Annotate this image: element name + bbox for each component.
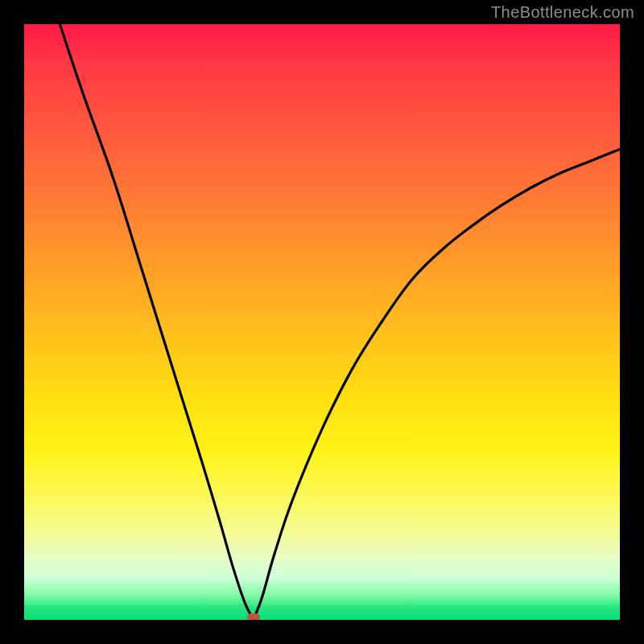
chart-stage: TheBottleneck.com	[0, 0, 644, 644]
plot-area	[24, 24, 620, 620]
curve-svg	[24, 24, 620, 620]
minimum-marker	[247, 613, 260, 620]
curve-right-branch	[254, 149, 620, 620]
curve-left-branch	[60, 24, 254, 620]
watermark-text: TheBottleneck.com	[491, 3, 634, 22]
